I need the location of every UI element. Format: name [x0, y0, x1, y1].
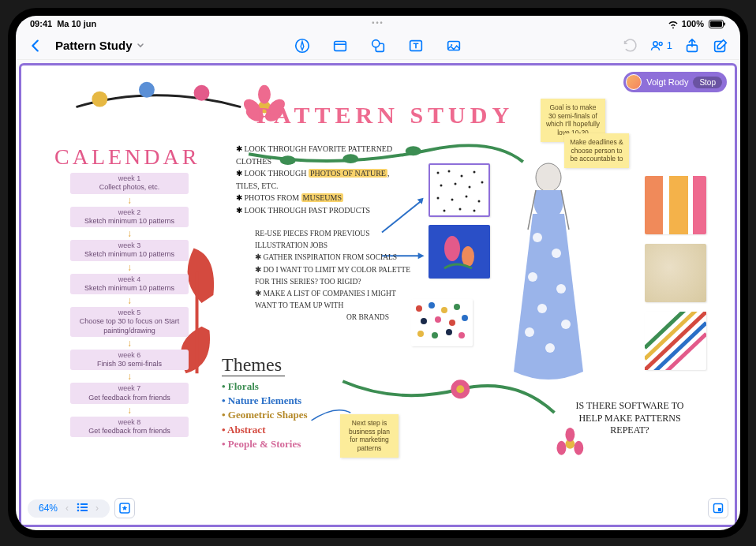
sticky-note[interactable]: Next step is business plan for marketing… [340, 414, 399, 458]
question-text: IS THERE SOFTWARE TO HELP MAKE PATTERNS … [563, 400, 697, 437]
svg-point-57 [462, 315, 468, 321]
pattern-swatch-stripes[interactable] [645, 176, 706, 234]
zoom-next-icon[interactable]: › [95, 503, 99, 514]
battery-icon [707, 20, 726, 28]
calendar-section: CALENDAR week 1Collect photos, etc.↓week… [54, 144, 204, 439]
navbar: Pattern Study [16, 32, 740, 60]
avatar [626, 74, 642, 90]
shapes-icon[interactable] [369, 37, 387, 54]
svg-point-66 [556, 284, 566, 294]
svg-rect-4 [335, 41, 346, 50]
dress-illustration[interactable] [498, 159, 599, 395]
bottom-right-tools [708, 498, 728, 518]
canvas-title: PATTERN STUDY [256, 102, 514, 129]
zoom-controls[interactable]: 64% ‹ › [28, 499, 110, 518]
wifi-icon [668, 20, 679, 28]
svg-point-55 [435, 316, 441, 323]
svg-point-7 [372, 39, 380, 47]
note-line: ✱ GATHER INSPIRATION FROM SOCIALS [255, 252, 413, 264]
undo-icon[interactable] [621, 37, 638, 54]
notes-top: LOOK THROUGH FAVORITE PATTERNED CLOTHES … [236, 143, 410, 216]
battery-percent: 100% [682, 19, 704, 28]
freeform-board[interactable]: Volgt Rody Stop PATTERN STUDY CALENDAR w… [19, 63, 737, 527]
svg-point-69 [525, 327, 534, 337]
svg-point-52 [441, 307, 447, 313]
svg-rect-79 [718, 508, 721, 511]
calendar-heading: CALENDAR [54, 144, 204, 170]
svg-point-65 [528, 272, 537, 282]
svg-point-47 [473, 210, 476, 212]
following-badge[interactable]: Volgt Rody Stop [623, 72, 727, 92]
svg-point-16 [139, 82, 155, 98]
svg-point-51 [429, 302, 435, 309]
compose-icon[interactable] [712, 37, 729, 54]
status-date: Ma 10 jun [57, 19, 96, 28]
arrow-down-icon: ↓ [54, 229, 204, 238]
arrow-down-icon: ↓ [54, 406, 204, 415]
svg-point-33 [437, 172, 440, 174]
svg-point-38 [455, 183, 457, 185]
calendar-item: week 8Get feedback from friends [70, 417, 189, 438]
chevron-down-icon [136, 39, 145, 52]
multitask-dots-icon[interactable]: ••• [372, 19, 384, 27]
svg-point-41 [437, 197, 440, 200]
svg-point-39 [469, 186, 471, 189]
text-box-icon[interactable] [407, 37, 425, 54]
svg-point-54 [421, 318, 427, 324]
svg-point-43 [466, 196, 468, 198]
pattern-swatch-dots[interactable] [429, 163, 490, 217]
zoom-prev-icon[interactable]: ‹ [65, 503, 69, 514]
pattern-swatch-confetti[interactable] [411, 299, 473, 346]
zoom-value: 64% [39, 503, 58, 514]
notes-mid: RE-USE PIECES FROM PREVIOUS ILLUSTRATION… [255, 228, 413, 324]
svg-point-59 [432, 332, 438, 338]
following-label: Volgt Rody [646, 77, 688, 87]
note-line: RE-USE PIECES FROM PREVIOUS ILLUSTRATION… [255, 228, 413, 252]
svg-point-40 [481, 181, 484, 184]
stop-following-button[interactable]: Stop [693, 77, 722, 88]
svg-point-63 [533, 233, 542, 242]
themes-section: Themes FloralsNature ElementsGeometric S… [222, 354, 348, 451]
note-line: PHOTOS FROM MUSEUMS [236, 192, 410, 204]
svg-point-10 [451, 43, 452, 45]
note-line: LOOK THROUGH PAST PRODUCTS [236, 204, 410, 217]
screen: 09:41 Ma 10 jun ••• 100% Pat [16, 16, 740, 530]
minimap-button[interactable] [708, 498, 728, 518]
svg-point-42 [451, 199, 454, 201]
svg-point-67 [537, 304, 547, 313]
pen-tool-icon[interactable] [294, 37, 311, 54]
collaborators-button[interactable]: 1 [649, 38, 672, 54]
theme-item: Abstract [222, 423, 348, 437]
outline-icon[interactable] [77, 503, 88, 514]
svg-point-61 [458, 332, 465, 338]
svg-point-50 [416, 305, 422, 312]
svg-point-36 [473, 171, 476, 174]
note-line: ✱ DO I WANT TO LIMIT MY COLOR PALETTE FO… [255, 264, 413, 288]
favorite-view-button[interactable] [114, 498, 135, 518]
svg-rect-74 [80, 507, 88, 508]
note-line: ✱ MAKE A LIST OF COMPANIES I MIGHT WANT … [255, 288, 413, 312]
back-icon[interactable] [27, 37, 44, 54]
svg-point-44 [478, 200, 481, 203]
svg-rect-2 [724, 22, 726, 25]
pattern-swatch-rays[interactable] [645, 312, 706, 370]
board-title-dropdown[interactable]: Pattern Study [55, 39, 145, 52]
svg-point-62 [536, 163, 561, 192]
svg-point-15 [92, 92, 107, 107]
svg-rect-72 [80, 503, 88, 505]
theme-item: Florals [222, 380, 348, 394]
canvas-viewport[interactable]: Volgt Rody Stop PATTERN STUDY CALENDAR w… [16, 60, 740, 530]
theme-item: Geometric Shapes [222, 408, 348, 422]
collab-count-value: 1 [667, 39, 672, 51]
media-icon[interactable] [445, 37, 462, 54]
calendar-item: week 4Sketch minimum 10 patterns [70, 274, 189, 295]
arrow-down-icon: ↓ [54, 296, 204, 305]
share-icon[interactable] [683, 37, 701, 54]
sticky-note-icon[interactable] [331, 37, 349, 54]
calendar-item: week 6Finish 30 semi-finals [70, 350, 189, 371]
pattern-swatch-wash[interactable] [645, 244, 706, 302]
calendar-item: week 7Get feedback from friends [70, 383, 189, 404]
note-line: OR BRANDS [255, 312, 413, 323]
svg-point-45 [443, 210, 446, 212]
pattern-swatch-floral[interactable] [429, 225, 490, 279]
